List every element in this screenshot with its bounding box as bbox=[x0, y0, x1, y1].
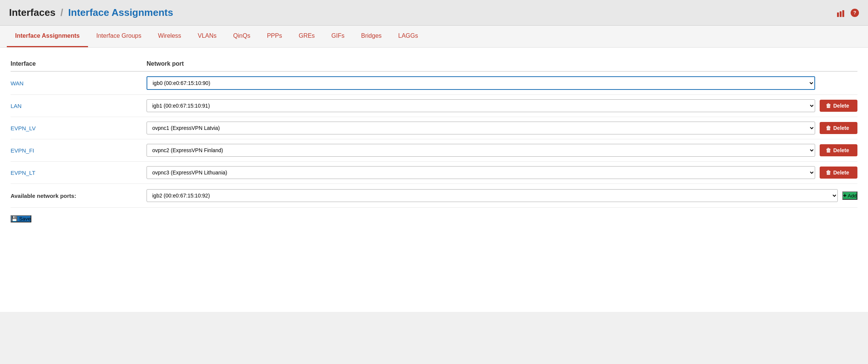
page-title: Interfaces / Interface Assignments bbox=[9, 7, 173, 19]
save-row: 💾 Save bbox=[11, 208, 857, 226]
delete-label: Delete bbox=[833, 103, 849, 109]
tab-wireless[interactable]: Wireless bbox=[150, 26, 189, 47]
add-button[interactable]: + Add bbox=[842, 191, 857, 200]
tab-gifs[interactable]: GIFs bbox=[323, 26, 353, 47]
table-header: Interface Network port bbox=[11, 57, 857, 72]
available-row: Available network ports: igb2 (00:e0:67:… bbox=[11, 184, 857, 208]
table-row: LANigb1 (00:e0:67:15:10:91)🗑 Delete bbox=[11, 95, 857, 117]
interface-name-evpn_fi[interactable]: EVPN_FI bbox=[11, 147, 147, 154]
port-select-lan[interactable]: igb1 (00:e0:67:15:10:91) bbox=[147, 99, 815, 112]
available-label: Available network ports: bbox=[11, 193, 147, 199]
tabs-bar: Interface AssignmentsInterface GroupsWir… bbox=[0, 26, 868, 48]
interface-name-evpn_lv[interactable]: EVPN_LV bbox=[11, 125, 147, 131]
trash-icon: 🗑 bbox=[826, 125, 831, 131]
table-row: WANigb0 (00:e0:67:15:10:90) bbox=[11, 72, 857, 95]
port-select-wrap-evpn_fi: ovpnc2 (ExpressVPN Finland) bbox=[147, 144, 815, 157]
main-content: Interface Network port WANigb0 (00:e0:67… bbox=[0, 48, 868, 312]
port-select-wrap-evpn_lv: ovpnc1 (ExpressVPN Latvia) bbox=[147, 122, 815, 134]
add-label: Add bbox=[848, 193, 857, 199]
help-icon[interactable]: ? bbox=[851, 9, 859, 17]
interface-name-lan[interactable]: LAN bbox=[11, 103, 147, 109]
breadcrumb-active: Interface Assignments bbox=[68, 7, 173, 18]
interface-name-wan[interactable]: WAN bbox=[11, 80, 147, 86]
tab-ppps[interactable]: PPPs bbox=[259, 26, 290, 47]
port-select-evpn_lt[interactable]: ovpnc3 (ExpressVPN Lithuania) bbox=[147, 166, 815, 179]
svg-rect-2 bbox=[842, 10, 844, 17]
plus-icon: + bbox=[843, 192, 846, 199]
tab-qinqs[interactable]: QinQs bbox=[225, 26, 258, 47]
trash-icon: 🗑 bbox=[826, 103, 831, 109]
breadcrumb-sep: / bbox=[60, 7, 63, 18]
table-row: EVPN_FIovpnc2 (ExpressVPN Finland)🗑 Dele… bbox=[11, 139, 857, 162]
page-header: Interfaces / Interface Assignments ? bbox=[0, 0, 868, 26]
header-icons: ? bbox=[837, 9, 859, 17]
trash-icon: 🗑 bbox=[826, 170, 831, 176]
table-row: EVPN_LTovpnc3 (ExpressVPN Lithuania)🗑 De… bbox=[11, 162, 857, 184]
svg-rect-0 bbox=[837, 12, 839, 17]
col-netport-header: Network port bbox=[147, 60, 857, 67]
save-icon: 💾 bbox=[11, 216, 18, 222]
port-select-wrap-evpn_lt: ovpnc3 (ExpressVPN Lithuania) bbox=[147, 166, 815, 179]
delete-button-evpn_lv[interactable]: 🗑 Delete bbox=[820, 122, 857, 134]
tab-vlans[interactable]: VLANs bbox=[190, 26, 225, 47]
save-button[interactable]: 💾 Save bbox=[11, 215, 31, 222]
bar-chart-icon[interactable] bbox=[837, 9, 845, 16]
delete-label: Delete bbox=[833, 125, 849, 131]
interface-name-evpn_lt[interactable]: EVPN_LT bbox=[11, 170, 147, 176]
tab-interface-groups[interactable]: Interface Groups bbox=[88, 26, 150, 47]
svg-rect-1 bbox=[840, 11, 842, 17]
col-interface-header: Interface bbox=[11, 60, 147, 67]
tab-laggs[interactable]: LAGGs bbox=[390, 26, 426, 47]
delete-button-evpn_lt[interactable]: 🗑 Delete bbox=[820, 167, 857, 179]
port-select-wrap-wan: igb0 (00:e0:67:15:10:90) bbox=[147, 76, 815, 90]
port-select-wan[interactable]: igb0 (00:e0:67:15:10:90) bbox=[147, 76, 815, 90]
available-port-select[interactable]: igb2 (00:e0:67:15:10:92) bbox=[147, 189, 838, 202]
delete-button-evpn_fi[interactable]: 🗑 Delete bbox=[820, 144, 857, 156]
port-select-wrap-lan: igb1 (00:e0:67:15:10:91) bbox=[147, 99, 815, 112]
delete-button-lan[interactable]: 🗑 Delete bbox=[820, 100, 857, 112]
available-port-select-wrap: igb2 (00:e0:67:15:10:92) bbox=[147, 189, 838, 202]
save-label: Save bbox=[19, 216, 31, 222]
breadcrumb-static: Interfaces bbox=[9, 7, 56, 18]
port-select-evpn_lv[interactable]: ovpnc1 (ExpressVPN Latvia) bbox=[147, 122, 815, 134]
tab-gres[interactable]: GREs bbox=[290, 26, 323, 47]
delete-label: Delete bbox=[833, 170, 849, 176]
delete-label: Delete bbox=[833, 147, 849, 153]
trash-icon: 🗑 bbox=[826, 147, 831, 153]
port-select-evpn_fi[interactable]: ovpnc2 (ExpressVPN Finland) bbox=[147, 144, 815, 157]
table-row: EVPN_LVovpnc1 (ExpressVPN Latvia)🗑 Delet… bbox=[11, 117, 857, 139]
tab-interface-assignments[interactable]: Interface Assignments bbox=[7, 26, 88, 47]
tab-bridges[interactable]: Bridges bbox=[353, 26, 390, 47]
